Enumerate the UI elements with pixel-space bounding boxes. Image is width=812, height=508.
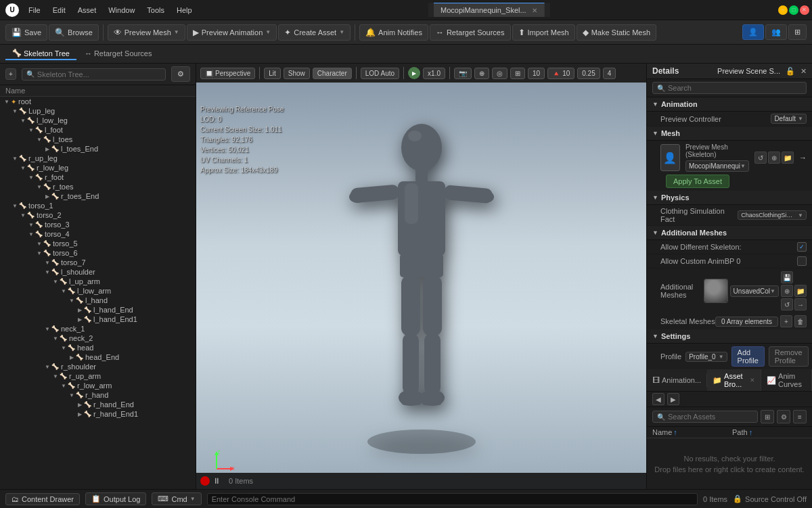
- tree-node-r_up_arm[interactable]: ▼🦴r_up_arm: [0, 371, 196, 381]
- asset-view-btn[interactable]: ≡: [793, 410, 807, 423]
- mesh-reset-btn[interactable]: ↺: [754, 152, 767, 164]
- asset-filter-btn[interactable]: ⊞: [761, 410, 774, 423]
- import-mesh-button[interactable]: ⬆ Import Mesh: [512, 24, 575, 41]
- animation-section-header[interactable]: ▼ Animation: [647, 97, 812, 112]
- tab-close-btn[interactable]: ✕: [532, 7, 537, 14]
- create-asset-button[interactable]: ✦ Create Asset ▼: [278, 24, 351, 41]
- asset-browser-tab-close[interactable]: ✕: [750, 377, 755, 384]
- tree-node-l_toes_end[interactable]: ▶🦴l_toes_End: [0, 144, 196, 154]
- tree-node-root[interactable]: ▼✦root: [0, 97, 196, 106]
- record-btn[interactable]: [200, 476, 210, 486]
- add-mesh-folder-btn[interactable]: 📁: [794, 285, 807, 297]
- asset-search-input[interactable]: [668, 413, 753, 421]
- user-btn-2[interactable]: 👥: [765, 24, 787, 40]
- tree-node-r_low_arm[interactable]: ▼🦴r_low_arm: [0, 381, 196, 390]
- viewport-options-1[interactable]: ⊕: [474, 68, 489, 79]
- skel-add-btn[interactable]: +: [780, 315, 792, 327]
- val2-btn[interactable]: 4: [603, 68, 616, 79]
- tree-node-l_hand_end1[interactable]: ▶🦴l_hand_End1: [0, 315, 196, 324]
- sub-tab-skeleton-tree[interactable]: 🦴 Skeleton Tree: [5, 47, 76, 60]
- skeleton-search-input[interactable]: [37, 70, 161, 78]
- tree-node-r_hand_end[interactable]: ▶🦴r_hand_End: [0, 400, 196, 409]
- tree-node-l_up_leg[interactable]: ▼🦴Lup_leg: [0, 106, 196, 116]
- asset-tab-browser[interactable]: 📁 Asset Bro... ✕: [707, 369, 761, 391]
- tree-node-l_hand[interactable]: ▼🦴l_hand: [0, 296, 196, 305]
- preview-controller-dropdown[interactable]: Default ▼: [771, 114, 807, 124]
- lod-num-btn[interactable]: 10: [528, 68, 545, 79]
- physics-section-header[interactable]: ▼ Physics: [647, 191, 812, 205]
- name-column-header-asset[interactable]: Name ↑: [652, 428, 727, 436]
- tree-node-r_toes_end[interactable]: ▶🦴r_toes_End: [0, 191, 196, 201]
- tree-node-head_end[interactable]: ▶🦴head_End: [0, 352, 196, 362]
- tree-node-torso_4[interactable]: ▼🦴torso_4: [0, 229, 196, 239]
- allow-diff-skeleton-checkbox[interactable]: ✓: [797, 242, 807, 252]
- tree-node-l_low_leg[interactable]: ▼🦴l_low_leg: [0, 116, 196, 125]
- add-mesh-reset-btn[interactable]: ↺: [781, 298, 793, 310]
- tree-node-l_hand_end[interactable]: ▶🦴l_hand_End: [0, 305, 196, 315]
- add-mesh-dropdown[interactable]: UnsavedCol ▼: [730, 285, 779, 297]
- remove-profile-btn[interactable]: Remove Profile: [769, 346, 809, 367]
- asset-nav-back[interactable]: ◀: [652, 393, 664, 405]
- menu-asset[interactable]: Asset: [72, 5, 102, 16]
- settings-section-header[interactable]: ▼ Settings: [647, 329, 812, 344]
- perspective-btn[interactable]: 🔲 Perspective: [200, 68, 255, 79]
- console-input[interactable]: [207, 493, 698, 505]
- details-close-icon[interactable]: ✕: [800, 67, 807, 76]
- close-btn[interactable]: ✕: [800, 5, 809, 15]
- add-profile-btn[interactable]: Add Profile: [731, 346, 765, 367]
- lit-btn[interactable]: Lit: [264, 68, 281, 79]
- play-btn[interactable]: ▶: [408, 67, 420, 79]
- menu-help[interactable]: Help: [171, 5, 198, 16]
- tree-node-r_shoulder[interactable]: ▼🦴r_shoulder: [0, 362, 196, 371]
- browse-button[interactable]: 🔍 Browse: [49, 24, 99, 41]
- show-btn[interactable]: Show: [284, 68, 310, 79]
- content-drawer-btn[interactable]: 🗂 Content Drawer: [5, 493, 80, 505]
- preview-animation-button[interactable]: ▶ Preview Animation ▼: [187, 24, 277, 41]
- tree-node-l_low_arm[interactable]: ▼🦴l_low_arm: [0, 286, 196, 296]
- asset-tab-animation[interactable]: 🎞 Animation...: [647, 373, 707, 387]
- asset-nav-forward[interactable]: ▶: [667, 393, 679, 405]
- tree-node-r_hand_end1[interactable]: ▶🦴r_hand_End1: [0, 409, 196, 419]
- apply-to-asset-btn[interactable]: Apply To Asset: [666, 175, 729, 188]
- preview-mesh-button[interactable]: 👁 Preview Mesh ▼: [108, 24, 185, 41]
- tree-node-l_foot[interactable]: ▼🦴l_foot: [0, 125, 196, 135]
- clothing-sim-dropdown[interactable]: ChaosClothingSimulationF ▼: [738, 210, 807, 220]
- camera-options-btn[interactable]: 📷: [454, 68, 472, 79]
- asset-settings-btn[interactable]: ⚙: [777, 410, 790, 423]
- profile-dropdown[interactable]: Profile_0 ▼: [685, 352, 727, 362]
- mesh-name-dropdown[interactable]: MocopiMannequi ▼: [685, 160, 749, 172]
- tree-node-l_up_arm[interactable]: ▼🦴l_up_arm: [0, 277, 196, 286]
- tree-node-neck_2[interactable]: ▼🦴neck_2: [0, 333, 196, 343]
- add-mesh-arrow-btn[interactable]: →: [794, 298, 807, 310]
- angle-btn[interactable]: 🔺 10: [547, 68, 574, 79]
- additional-meshes-header[interactable]: ▼ Additional Meshes: [647, 226, 812, 240]
- tree-node-l_toes[interactable]: ▼🦴l_toes: [0, 135, 196, 144]
- active-tab[interactable]: MocopiMannequin_Skel... ✕: [434, 3, 545, 17]
- tree-node-torso_2[interactable]: ▼🦴torso_2: [0, 210, 196, 220]
- tree-node-torso_6[interactable]: ▼🦴torso_6: [0, 248, 196, 258]
- mesh-browse-btn[interactable]: ⊕: [768, 152, 780, 164]
- tree-node-torso_3[interactable]: ▼🦴torso_3: [0, 220, 196, 229]
- mesh-section-header[interactable]: ▼ Mesh: [647, 126, 812, 141]
- mesh-arrow-btn[interactable]: →: [799, 154, 807, 162]
- skel-delete-btn[interactable]: 🗑: [794, 315, 807, 327]
- character-btn[interactable]: Character: [313, 68, 352, 79]
- asset-tab-anim-curves[interactable]: 📈 Anim Curves: [761, 369, 812, 391]
- path-column-header[interactable]: Path ↑: [732, 428, 807, 436]
- settings-btn[interactable]: ⊞: [788, 24, 807, 40]
- tree-node-head[interactable]: ▼🦴head: [0, 343, 196, 352]
- add-bone-btn[interactable]: +: [5, 68, 16, 80]
- menu-tools[interactable]: Tools: [141, 5, 170, 16]
- save-button[interactable]: 💾 Save: [5, 24, 47, 41]
- minimize-btn[interactable]: −: [778, 5, 788, 15]
- skeleton-options-btn[interactable]: ⚙: [171, 66, 190, 82]
- tree-node-torso_1[interactable]: ▼🦴torso_1: [0, 201, 196, 210]
- menu-edit[interactable]: Edit: [47, 5, 71, 16]
- menu-window[interactable]: Window: [103, 5, 140, 16]
- allow-custom-anim-checkbox[interactable]: [797, 256, 807, 266]
- retarget-sources-button[interactable]: ↔ Retarget Sources: [430, 24, 511, 41]
- output-log-btn[interactable]: 📋 Output Log: [85, 492, 146, 505]
- sub-tab-retarget-sources[interactable]: ↔ Retarget Sources: [78, 48, 159, 60]
- user-btn-1[interactable]: 👤: [742, 24, 764, 40]
- lod-btn[interactable]: LOD Auto: [361, 68, 399, 79]
